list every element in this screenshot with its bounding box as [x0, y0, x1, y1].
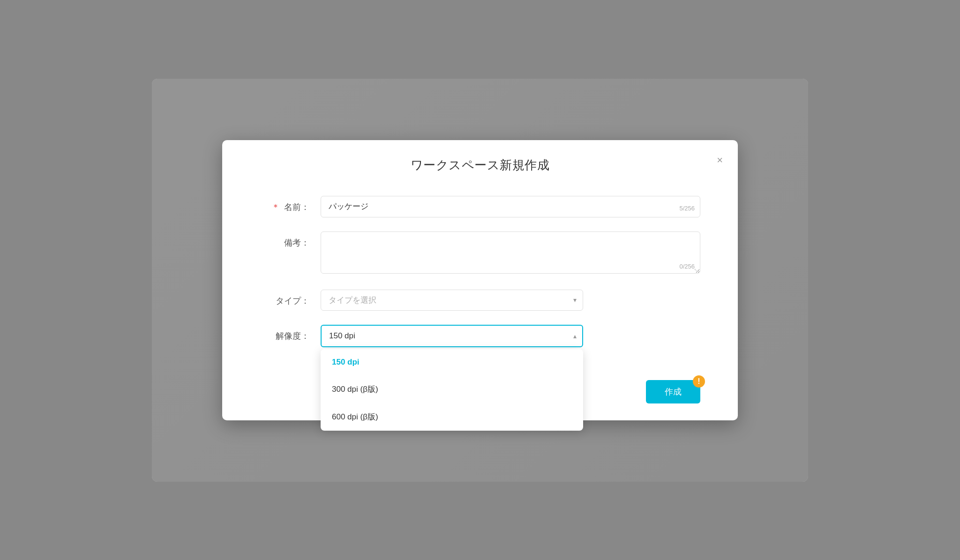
modal-title: ワークスペース新規作成 [241, 157, 719, 173]
name-row: ＊ 名前： 5/256 [260, 196, 700, 217]
required-indicator: ＊ [271, 202, 280, 212]
modal-dialog: ワークスペース新規作成 × ＊ 名前： 5/256 [222, 140, 738, 420]
name-label: ＊ 名前： [260, 196, 321, 213]
modal-body: ＊ 名前： 5/256 備考： 0/256 ⤡ [222, 187, 738, 380]
close-button[interactable]: × [715, 153, 725, 167]
type-row: タイプ： タイプを選択 ▾ [260, 290, 700, 311]
name-field: 5/256 [321, 196, 700, 217]
screen-background: ワークスペース新規作成 × ＊ 名前： 5/256 [152, 79, 808, 482]
notification-badge: ! [693, 375, 705, 388]
type-select-wrapper: タイプを選択 ▾ [321, 290, 583, 311]
modal-overlay: ワークスペース新規作成 × ＊ 名前： 5/256 [152, 79, 808, 482]
resolution-option-150[interactable]: 150 dpi [321, 349, 583, 375]
modal-header: ワークスペース新規作成 × [222, 140, 738, 187]
name-input[interactable] [321, 196, 700, 217]
resolution-label: 解像度： [260, 325, 321, 342]
memo-textarea[interactable] [321, 231, 700, 274]
memo-field: 0/256 ⤡ [321, 231, 700, 276]
memo-row: 備考： 0/256 ⤡ [260, 231, 700, 276]
resolution-input[interactable] [321, 325, 583, 347]
create-button[interactable]: 作成 ! [646, 380, 700, 403]
name-char-count: 5/256 [679, 205, 695, 212]
resolution-dropdown: 150 dpi 300 dpi (β版) 600 dpi (β版) [321, 349, 583, 431]
memo-char-count: 0/256 [679, 263, 695, 270]
resolution-option-600[interactable]: 600 dpi (β版) [321, 403, 583, 431]
resolution-row: 解像度： ▴ 150 dpi 300 dpi (β版) 600 dpi (β版) [260, 325, 700, 347]
type-select[interactable]: タイプを選択 [321, 290, 583, 311]
type-label: タイプ： [260, 290, 321, 306]
resolution-wrapper: ▴ 150 dpi 300 dpi (β版) 600 dpi (β版) [321, 325, 583, 347]
memo-label: 備考： [260, 231, 321, 248]
resolution-option-300[interactable]: 300 dpi (β版) [321, 375, 583, 403]
